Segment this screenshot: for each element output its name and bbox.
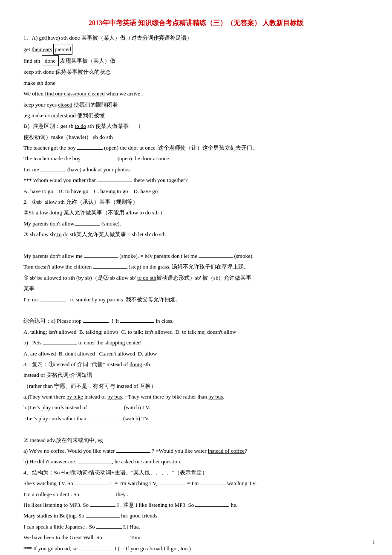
line-get-ears: get their ears pierced xyxy=(23,44,369,55)
section-3-header: 3. 复习：①instead of 介词 "代替" instead of doi… xyxy=(23,359,369,369)
line-he-likes-mp3: He likes listening to MP3. So I . 注意 I l… xyxy=(23,500,369,510)
line-b-play-cards: b.)Let's play cards instead of (watch) T… xyxy=(23,402,369,412)
line-instead-of-bingge: instead of 宾格代词/介词短语 xyxy=(23,370,369,380)
blank-line2 xyxy=(23,305,369,315)
line-mary-studies: Mary studies in Beijing. So her good fri… xyxy=(23,511,369,520)
line-sb-allow-sb-to: ③ sb allow sb' to do sth某人允许某人做某事＝sb let… xyxy=(23,229,369,239)
line-b-pets: b) Pets to enter the shopping center! xyxy=(23,338,369,347)
line-eg-understood: ,eg make us understood 使我们被懂 xyxy=(23,110,369,120)
blank-line3 xyxy=(23,424,369,434)
line-b-notice: B）注意区别：get sb to do sth 使某人做某事 （ xyxy=(23,121,369,131)
line-find: find sth done 发现某事被（某人）做 xyxy=(23,55,369,66)
line-star-whom: *** Whom woud you rather than there with… xyxy=(23,175,369,185)
line-let-me: Let me (have) a look at your photos. xyxy=(23,165,369,174)
line-b-didnt-answer: b) He didn't answer me. , he asked me an… xyxy=(23,457,369,466)
line-a-no-coffee: a) We've no coffee. Would you like water… xyxy=(23,446,369,456)
line-2-instead-adv: ② instead adv.放在句末或句中, eg xyxy=(23,435,369,445)
page-title: 2013年中考英语 知识综合考点精讲精练（三）（无答案） 人教新目标版 xyxy=(23,17,369,29)
line-teacher-got: The teacher got the boy (open) the door … xyxy=(23,143,369,153)
line-parents-smoke: My parents don't allow (smoke). xyxy=(23,219,369,228)
line-parents-dont-allow-me: My parents don't allow me (smoke). = My … xyxy=(23,251,369,261)
line-classroom: We often find our classroom cleaned when… xyxy=(23,89,369,98)
line-blank-line xyxy=(23,240,369,250)
line-options-talking: A. talking; isn't allowed B. talking; al… xyxy=(23,327,369,337)
line-keep: keep sth done 保持某事被什么的状态 xyxy=(23,67,369,77)
line-make: make sth done xyxy=(23,78,369,88)
line-4-be-allowed: ④ sb' be allowed to sth (by sb)（是③ sb al… xyxy=(23,273,369,283)
line-im-college: I'm a college student . So they . xyxy=(23,489,369,499)
line-rather-than-play: =Let's play cards rather than (watch) TV… xyxy=(23,413,369,423)
line-im-not-allowed: I'm not to smoke by my parents. 我不被父母允许抽… xyxy=(23,295,369,304)
line-we-have-been: We have been to the Great Wall. So Tom. xyxy=(23,532,369,542)
line-i-can-speak: I can speak a little Japanese . So Li Hu… xyxy=(23,522,369,532)
line-rather-than: （rather than 宁愿、而不是，有时可与 instead of 互换） xyxy=(23,381,369,391)
section-2-header: 2. ①sb allow sth 允许（承认）某事（规则等） xyxy=(23,197,369,207)
line-options-abcd: A. have to go B. to have go C. having to… xyxy=(23,186,369,196)
line-shes-watching: She's watching TV. So I .= I'm watching … xyxy=(23,478,369,488)
line-star-if-abroad: *** If you go abroad, so I.( = If you go… xyxy=(23,543,369,553)
line-teacher-made: The teacher made the boy (open) the door… xyxy=(23,153,369,163)
line-options-are-allowed: A. are allowed B. don't allowed C.aren't… xyxy=(23,349,369,358)
section-1-header: 1、A) get(have) sth done 某事被（某人）做（过去分词作宾语… xyxy=(23,33,369,43)
line-sb-allow-doing: ②Sb allow doing 某人允许做某事（不能用 allow to do … xyxy=(23,208,369,217)
section-4-header: 4、结构为：So +be/助动词/情态动词+主语。"某人也、、、、"（表示肯定） xyxy=(23,468,369,477)
line-a-by-bike: a.)They went there by bike instead of by… xyxy=(23,392,369,402)
line-make-have-let: 使役动词）make（have/let） sb do sth xyxy=(23,132,369,142)
content-area: 1、A) get(have) sth done 某事被（某人）做（过去分词作宾语… xyxy=(23,33,369,555)
page-number: 1 xyxy=(372,538,375,546)
line-zonghe-a: 综合练习：a) Please stop ！It in class. xyxy=(23,316,369,326)
line-eyes: keep your eyes closed 使我们的眼睛闭着 xyxy=(23,100,369,110)
line-tom-doesnt-allow: Tom doesn't allow the children (step) on… xyxy=(23,262,369,272)
line-mou-shi: 某事 xyxy=(23,283,369,293)
